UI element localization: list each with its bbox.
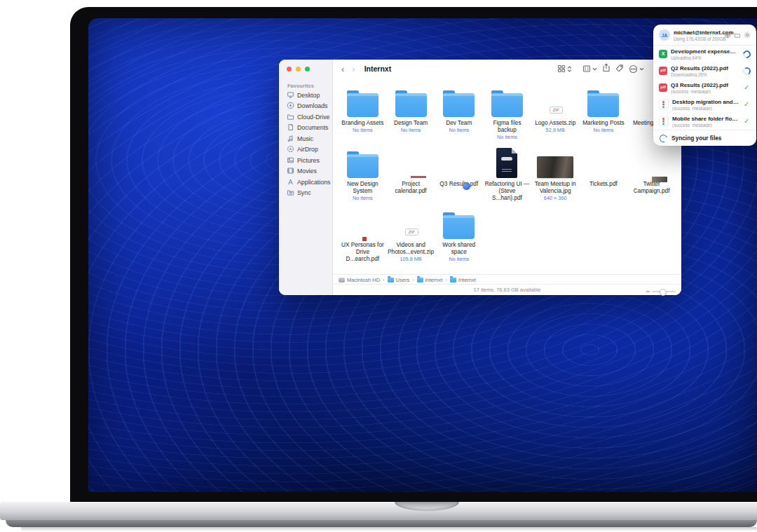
breadcrumb-item[interactable]: Macintosh HD ›: [339, 277, 386, 283]
transfer-item[interactable]: Q3 Results (2022).pdf (success_message): [653, 79, 756, 96]
finder-main: ‹ › Internxt: [333, 60, 681, 295]
transfer-texts: Desktop migration and onboardi... (succe…: [672, 99, 739, 111]
tag-icon: [615, 64, 624, 72]
file-item[interactable]: New Design System No items: [339, 143, 387, 204]
file-item[interactable]: Branding Assets No items: [339, 82, 387, 143]
file-name: Marketing Posts: [582, 119, 624, 126]
breadcrumb-label: Users: [396, 277, 410, 283]
gallery-view-icon: [582, 64, 591, 73]
sidebar-item[interactable]: Sync: [279, 188, 332, 199]
file-type-icon: [659, 100, 669, 109]
file-name: Tickets.pdf: [589, 180, 618, 187]
file-name: Twitter Campaign.pdf: [629, 180, 675, 194]
file-icon: [587, 82, 619, 117]
file-item[interactable]: Marketing Posts No items: [580, 82, 628, 143]
icon-size-slider[interactable]: [646, 291, 676, 293]
sidebar-section-label: Favourites: [287, 83, 314, 89]
breadcrumb-label: Internxt: [458, 277, 476, 283]
back-icon[interactable]: ‹: [341, 64, 344, 74]
sidebar-item-label: AirDrop: [297, 146, 318, 153]
slider-knob[interactable]: [660, 289, 667, 296]
breadcrumb-icon: [450, 278, 456, 282]
laptop-underside: [6, 520, 757, 527]
transfer-item[interactable]: Desktop migration and onboardi... (succe…: [653, 96, 756, 113]
transfer-item[interactable]: Development expenses.xlsx Uploading 64%: [653, 46, 756, 62]
file-name: Work shared space: [436, 241, 482, 255]
breadcrumb-item[interactable]: Users ›: [388, 277, 415, 283]
file-meta: 52,9 MB: [546, 127, 565, 133]
file-type-icon: [659, 50, 667, 58]
transfer-item[interactable]: Q2 Results (2022).pdf Downloading 26%: [653, 62, 756, 79]
file-icon: [347, 143, 378, 178]
file-item[interactable]: Tickets.pdf: [580, 143, 628, 204]
sidebar-item[interactable]: Cloud-Drive: [279, 111, 332, 123]
view-switcher[interactable]: [557, 64, 572, 73]
sidebar-item-label: Music: [297, 135, 313, 142]
transfer-status-text: (success_message): [672, 106, 739, 111]
close-button[interactable]: [287, 67, 292, 71]
chevron-down-icon: [592, 67, 597, 71]
sidebar-item[interactable]: Downloads: [279, 101, 332, 112]
file-name: Project calendar.pdf: [388, 180, 434, 194]
minimize-button[interactable]: [296, 67, 301, 71]
slider-track[interactable]: [652, 291, 676, 293]
more-actions[interactable]: [629, 64, 644, 74]
file-item[interactable]: Refactoring UI — (Steve S...han).pdf: [483, 143, 531, 204]
file-meta: No items: [449, 256, 469, 262]
file-item[interactable]: Team Meetup in Valencia.jpg 640 × 360: [531, 143, 580, 204]
web-button[interactable]: [724, 29, 731, 41]
file-item[interactable]: Work shared space No items: [435, 204, 483, 265]
share-button[interactable]: [602, 62, 611, 75]
transfer-status-icon: [742, 67, 751, 75]
window-controls: [287, 67, 310, 71]
group-by-control[interactable]: [582, 64, 597, 73]
sidebar-item[interactable]: Movies: [279, 166, 332, 177]
breadcrumb-icon: [339, 278, 345, 282]
file-name: Refactoring UI — (Steve S...han).pdf: [484, 180, 530, 201]
transfer-status-icon: [742, 100, 751, 109]
sidebar-item[interactable]: AirDrop: [279, 144, 332, 156]
sidebar-item[interactable]: Documents: [279, 123, 332, 134]
file-item[interactable]: Design Team No items: [387, 82, 435, 143]
file-name: UX Personas for Drive D...earch.pdf: [339, 241, 386, 262]
tags-button[interactable]: [615, 62, 624, 75]
file-item[interactable]: Q3 Results.pdf: [435, 143, 483, 204]
grid-view-icon: [557, 64, 566, 73]
file-meta: No items: [497, 134, 517, 140]
status-summary: 17 items, 76,63 GB available: [474, 287, 541, 293]
sidebar-item[interactable]: Desktop: [279, 90, 332, 101]
file-name: Design Team: [394, 119, 428, 126]
folder-icon: [734, 32, 741, 39]
transfer-status-text: Downloading 26%: [671, 72, 728, 77]
file-item[interactable]: Dev Team No items: [435, 82, 483, 143]
forward-icon[interactable]: ›: [352, 64, 355, 74]
file-item[interactable]: Project calendar.pdf: [387, 143, 435, 204]
file-item[interactable]: Twitter Campaign.pdf: [627, 143, 676, 204]
settings-button[interactable]: [744, 29, 751, 41]
file-type-icon: [659, 83, 667, 92]
transfer-name: Q2 Results (2022).pdf: [671, 65, 728, 71]
sidebar-item[interactable]: Pictures: [279, 155, 332, 166]
breadcrumb-icon: [388, 278, 394, 282]
transfer-status-text: (success_message): [671, 89, 728, 94]
breadcrumb-item[interactable]: Internxt ›: [450, 277, 476, 283]
sidebar-item-label: Cloud-Drive: [297, 114, 329, 121]
screenshot-stage: Favourites Desktop Downloads Cloud-Drive…: [0, 0, 757, 532]
sidebar-item[interactable]: Music: [279, 133, 332, 144]
file-grid: Branding Assets No items Design Team No …: [333, 78, 681, 275]
file-icon: [543, 82, 568, 117]
sidebar-item[interactable]: Applications: [279, 177, 332, 188]
sidebar-items: Desktop Downloads Cloud-Drive Documents …: [279, 90, 332, 198]
share-icon: [602, 63, 611, 72]
file-item[interactable]: Figma files backup No items: [483, 82, 531, 143]
transfer-item[interactable]: Mobile share folder flows.fig (success_m…: [653, 113, 756, 130]
zoom-button[interactable]: [305, 67, 310, 71]
file-item[interactable]: Logo Assets.zip 52,9 MB: [531, 82, 580, 143]
breadcrumb-item[interactable]: internxt ›: [417, 277, 448, 283]
open-folder-button[interactable]: [734, 29, 741, 41]
file-item[interactable]: UX Personas for Drive D...earch.pdf: [339, 204, 387, 265]
account-usage: Using 176,42GB of 200GB: [674, 36, 721, 41]
file-meta: No items: [353, 195, 373, 201]
transfer-texts: Q2 Results (2022).pdf Downloading 26%: [671, 65, 728, 77]
file-item[interactable]: Videos and Photos...event.zip 105,8 MB: [387, 204, 435, 265]
